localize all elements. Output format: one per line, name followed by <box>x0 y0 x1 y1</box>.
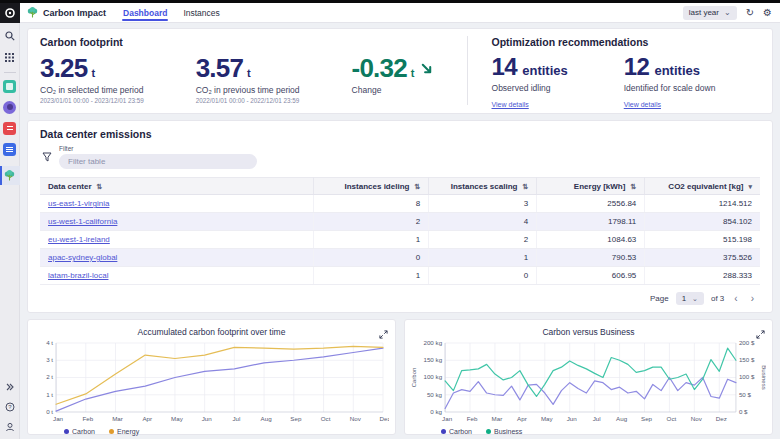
table-row: eu-west-1-ireland121084.63515.198 <box>40 231 760 249</box>
svg-text:Feb: Feb <box>82 415 93 422</box>
user-profile-icon[interactable] <box>2 419 18 435</box>
column-header[interactable]: CO2 equivalent [kg]▾ <box>645 178 760 195</box>
svg-text:Aug: Aug <box>261 415 273 422</box>
legend-label: Business <box>494 428 522 435</box>
kpi-change: -0.32 t Change <box>352 55 433 104</box>
series-carbon-line <box>56 348 383 411</box>
table-row: us-west-1-california241798.11854.102 <box>40 213 760 231</box>
cell-energy: 790.53 <box>537 249 645 267</box>
carbon-impact-app-active[interactable] <box>0 166 20 185</box>
legend-dot-icon <box>109 429 114 434</box>
opt-label: Identified for scale down <box>624 83 716 93</box>
legend-item-carbon[interactable]: Carbon <box>441 428 472 435</box>
app-tile-teal-icon[interactable] <box>2 78 18 94</box>
app-grid-icon[interactable] <box>2 49 18 65</box>
svg-text:Nov: Nov <box>350 415 362 422</box>
column-header[interactable]: Data center⇅ <box>40 178 314 195</box>
cell-energy: 1084.63 <box>537 231 645 249</box>
svg-text:150 kg: 150 kg <box>423 356 442 363</box>
app-window: ? Carbon Impact Dashboard Instances <box>0 0 780 439</box>
app-tile-purple-icon[interactable] <box>2 99 18 115</box>
settings-gear-icon[interactable]: ⚙ <box>763 8 772 18</box>
table-row: us-east-1-virginia832556.841214.512 <box>40 195 760 213</box>
svg-text:Jul: Jul <box>593 415 601 422</box>
svg-text:50 $: 50 $ <box>739 391 752 398</box>
help-icon[interactable]: ? <box>2 399 18 415</box>
sort-icon[interactable]: ⇅ <box>97 183 103 190</box>
opt-card-idling: 14 entities Observed idling View details <box>492 55 568 111</box>
svg-text:Dez: Dez <box>716 415 727 422</box>
time-range-select[interactable]: last year ⌄ <box>683 6 737 20</box>
svg-text:50 kg: 50 kg <box>427 391 443 398</box>
app-tile-blue-icon[interactable] <box>2 141 18 157</box>
cell-data-center: latam-brazil-local <box>40 267 314 285</box>
data-center-link[interactable]: us-west-1-california <box>48 217 117 226</box>
svg-text:Nov: Nov <box>691 415 703 422</box>
top-navigation-bar: Carbon Impact Dashboard Instances last y… <box>20 3 780 23</box>
data-center-link[interactable]: eu-west-1-ireland <box>48 235 110 244</box>
tab-instances[interactable]: Instances <box>182 4 220 22</box>
prev-page-icon[interactable]: ‹ <box>731 294 740 304</box>
expand-chart-icon[interactable] <box>379 325 388 343</box>
rail-divider <box>4 72 16 73</box>
legend-label: Energy <box>117 428 139 435</box>
opt-label: Observed idling <box>492 83 568 93</box>
view-details-link[interactable]: View details <box>624 101 661 108</box>
svg-text:Mar: Mar <box>492 415 503 422</box>
data-center-link[interactable]: apac-sydney-global <box>48 253 117 262</box>
refresh-icon[interactable]: ↻ <box>746 8 754 18</box>
filter-funnel-icon[interactable] <box>42 148 52 169</box>
svg-text:0 $: 0 $ <box>739 408 748 415</box>
svg-text:?: ? <box>8 404 12 410</box>
svg-text:4 t: 4 t <box>46 339 53 346</box>
svg-text:200 $: 200 $ <box>739 339 755 346</box>
carbon-footprint-title: Carbon footprint <box>40 36 433 48</box>
column-header[interactable]: Instances scaling⇅ <box>429 178 537 195</box>
sort-icon[interactable]: ⇅ <box>414 183 420 190</box>
data-center-link[interactable]: latam-brazil-local <box>48 271 108 280</box>
cell-co2: 854.102 <box>645 213 760 231</box>
page-number-select[interactable]: 1 ⌄ <box>676 292 704 305</box>
series-carbon-line <box>445 378 736 409</box>
legend-item-business[interactable]: Business <box>486 428 522 435</box>
table-header-row: Data center⇅Instances ideling⇅Instances … <box>40 178 760 195</box>
chart-plot: JanFebMarAprMayJunJulAugSepOctNovDez0 kg… <box>411 338 766 424</box>
sort-icon[interactable]: ⇅ <box>630 183 636 190</box>
product-logo[interactable] <box>0 3 20 23</box>
section-divider <box>467 36 468 105</box>
aperture-logo-icon <box>4 7 16 19</box>
next-page-icon[interactable]: › <box>748 294 757 304</box>
svg-text:Apr: Apr <box>517 415 527 422</box>
legend-label: Carbon <box>72 428 95 435</box>
cell-energy: 2556.84 <box>537 195 645 213</box>
time-range-value: last year <box>689 8 719 17</box>
expand-rail-icon[interactable] <box>2 379 18 395</box>
column-header[interactable]: Instances ideling⇅ <box>314 178 429 195</box>
data-center-link[interactable]: us-east-1-virginia <box>48 199 109 208</box>
svg-text:Feb: Feb <box>467 415 478 422</box>
kpi-period: 2022/01/01 00:00 - 2022/12/01 23:59 <box>196 97 300 104</box>
page-label: Page <box>650 294 669 303</box>
emissions-table-title: Data center emissions <box>40 128 760 140</box>
cell-co2: 375.526 <box>645 249 760 267</box>
kpi-value: -0.32 <box>352 55 407 81</box>
legend-item-energy[interactable]: Energy <box>109 428 139 435</box>
cell-instances-idling: 1 <box>314 267 429 285</box>
column-header[interactable]: Energy [kWh]⇅ <box>537 178 645 195</box>
search-icon[interactable] <box>2 28 18 44</box>
sort-icon[interactable]: ⇅ <box>522 183 528 190</box>
tab-dashboard[interactable]: Dashboard <box>122 4 168 22</box>
expand-chart-icon[interactable] <box>756 325 765 343</box>
legend-item-carbon[interactable]: Carbon <box>64 428 95 435</box>
svg-text:0 kg: 0 kg <box>430 408 442 415</box>
cell-instances-idling: 1 <box>314 231 429 249</box>
series-business-line <box>445 348 736 396</box>
sort-desc-icon[interactable]: ▾ <box>748 183 752 190</box>
app-tile-red-icon[interactable] <box>2 120 18 136</box>
filter-table-input[interactable] <box>59 154 257 169</box>
table-row: apac-sydney-global01790.53375.526 <box>40 249 760 267</box>
trend-down-arrow-icon <box>420 62 433 75</box>
app-title: Carbon Impact <box>43 8 106 18</box>
legend-label: Carbon <box>449 428 472 435</box>
view-details-link[interactable]: View details <box>492 101 529 108</box>
